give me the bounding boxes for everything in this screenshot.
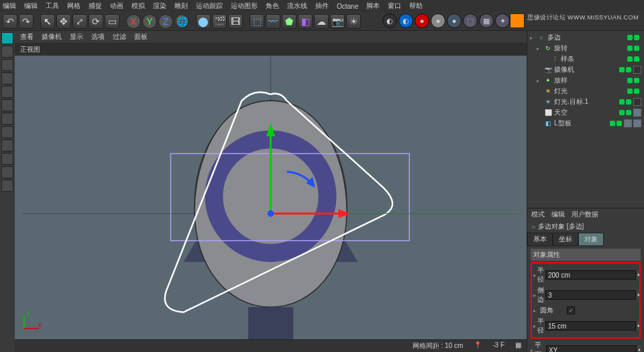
object-name[interactable]: 多边: [547, 33, 625, 42]
menu-item[interactable]: 渲染: [153, 1, 166, 11]
object-tag[interactable]: [633, 109, 641, 117]
menu-item[interactable]: 捕捉: [89, 1, 102, 11]
deformer-menu[interactable]: ◧: [298, 14, 313, 29]
workplane-mode[interactable]: [1, 72, 13, 84]
toggle-icon[interactable]: ▸: [533, 272, 536, 278]
menu-item[interactable]: 脚本: [366, 1, 380, 11]
render-region-button[interactable]: 🎬: [212, 14, 227, 29]
environment-menu[interactable]: ☁: [314, 14, 329, 29]
visibility-dots[interactable]: [619, 99, 631, 105]
viewport-menu-item[interactable]: 摄像机: [42, 32, 62, 42]
attr-menu-item[interactable]: 用户数据: [572, 210, 598, 219]
menu-item[interactable]: 插件: [315, 1, 329, 11]
viewport-menu-item[interactable]: 过滤: [113, 32, 126, 42]
attr-menu-item[interactable]: 模式: [531, 210, 545, 219]
redo-button[interactable]: ↷: [19, 14, 34, 29]
viewport-3d[interactable]: Y X: [15, 56, 527, 339]
property-input[interactable]: [545, 270, 636, 280]
attr-tab[interactable]: 基本: [527, 233, 553, 246]
spinner-icon[interactable]: ♦: [637, 270, 640, 280]
viewport-menu-item[interactable]: 查看: [20, 32, 34, 42]
axis-mode[interactable]: [1, 126, 13, 138]
expand-icon[interactable]: ▸: [537, 78, 542, 84]
rc-icon[interactable]: ⬚: [463, 13, 478, 28]
menu-item[interactable]: 雕刻: [174, 1, 188, 11]
spinner-icon[interactable]: ♦: [637, 321, 640, 331]
object-name[interactable]: 摄像机: [554, 65, 617, 74]
visibility-dots[interactable]: [627, 35, 639, 40]
property-input[interactable]: [545, 290, 636, 300]
toggle-icon[interactable]: ▸: [533, 292, 536, 298]
menu-item[interactable]: Octane: [337, 3, 358, 10]
object-row[interactable]: ◧ L型板: [529, 118, 643, 129]
property-checkbox[interactable]: ✓: [567, 306, 575, 314]
menu-item[interactable]: 网格: [67, 1, 80, 11]
model-mode[interactable]: [1, 46, 13, 58]
viewport-menu-item[interactable]: 选项: [91, 32, 105, 42]
scale-tool[interactable]: ⤢: [72, 14, 87, 29]
object-name[interactable]: 灯光.目标.1: [554, 97, 617, 107]
live-select-tool[interactable]: [1, 32, 13, 44]
object-tag[interactable]: [633, 66, 641, 74]
generator-menu[interactable]: ⬟: [282, 14, 297, 29]
menu-item[interactable]: 编辑: [24, 1, 38, 11]
menu-item[interactable]: 工具: [46, 1, 59, 11]
object-tag[interactable]: [633, 119, 641, 127]
move-tool[interactable]: ✥: [56, 14, 71, 29]
menu-item[interactable]: 模拟: [131, 1, 145, 11]
visibility-dots[interactable]: [627, 89, 639, 94]
visibility-dots[interactable]: [610, 121, 622, 126]
menu-item[interactable]: 窗口: [388, 1, 401, 11]
misc-tool[interactable]: [1, 180, 13, 192]
object-name[interactable]: L型板: [554, 119, 608, 128]
polygon-mode[interactable]: [1, 113, 13, 125]
axis-x-toggle[interactable]: X: [126, 14, 141, 29]
rc-axis-icon[interactable]: ✦: [495, 13, 510, 28]
attr-tab[interactable]: 坐标: [553, 233, 578, 246]
toggle-icon[interactable]: ▸: [531, 347, 533, 353]
object-row[interactable]: ▸ ↻ 旋转: [529, 43, 643, 54]
object-name[interactable]: 样条: [561, 54, 625, 64]
menu-item[interactable]: 角色: [266, 1, 279, 11]
axis-y-toggle[interactable]: Y: [142, 14, 157, 29]
object-row[interactable]: ▸ ○ 多边: [529, 32, 643, 43]
visibility-dots[interactable]: [627, 78, 639, 83]
viewport-menu-item[interactable]: 显示: [70, 32, 83, 42]
spline-primitive[interactable]: 〰: [266, 14, 280, 29]
rc-icon[interactable]: ◐: [398, 13, 413, 28]
object-row[interactable]: ⋮ 样条: [529, 54, 643, 64]
attr-menu-item[interactable]: 编辑: [551, 210, 565, 219]
object-row[interactable]: 📷 摄像机: [529, 64, 643, 75]
expand-icon[interactable]: ▸: [537, 46, 542, 52]
rc-icon[interactable]: ◐: [382, 13, 397, 28]
snap-toggle[interactable]: [1, 139, 13, 152]
cube-primitive[interactable]: ⬚: [250, 14, 264, 29]
menu-item[interactable]: 动画: [110, 1, 123, 11]
object-row[interactable]: ▸ ✦ 放样: [529, 75, 643, 86]
rc-record-icon[interactable]: ●: [415, 13, 429, 28]
attr-tab[interactable]: 对象: [578, 233, 604, 246]
light-menu[interactable]: ☀: [346, 14, 361, 29]
object-row[interactable]: ⬜ 天空: [529, 107, 643, 118]
menu-item[interactable]: 流水线: [287, 1, 307, 11]
menu-item[interactable]: 帮助: [409, 1, 423, 11]
toggle-icon[interactable]: ▸: [533, 308, 539, 314]
end-button[interactable]: [510, 13, 525, 28]
visibility-dots[interactable]: [619, 67, 631, 72]
object-tag[interactable]: [624, 119, 632, 127]
snap-settings[interactable]: [1, 153, 13, 165]
edge-mode[interactable]: [1, 99, 13, 111]
toggle-icon[interactable]: ▸: [533, 323, 536, 329]
object-name[interactable]: 放样: [554, 76, 625, 85]
menu-item[interactable]: 编辑: [3, 1, 16, 11]
property-input[interactable]: [546, 345, 637, 352]
object-name[interactable]: 旋转: [554, 44, 625, 53]
recent-tool[interactable]: ▭: [105, 14, 119, 29]
object-tag[interactable]: [633, 98, 641, 106]
coord-system[interactable]: 🌐: [174, 14, 189, 29]
viewport-menu-item[interactable]: 面板: [134, 32, 148, 42]
spinner-icon[interactable]: ♦: [637, 290, 640, 300]
visibility-dots[interactable]: [619, 110, 631, 115]
camera-menu[interactable]: 📷: [330, 14, 345, 29]
object-name[interactable]: 灯光: [554, 86, 625, 96]
